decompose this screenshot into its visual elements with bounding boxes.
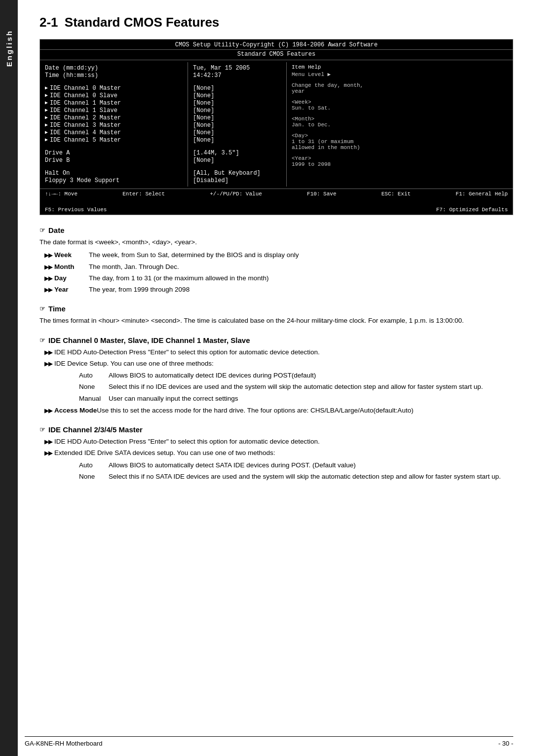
bullet-text: The week, from Sun to Sat, determined by…	[89, 250, 513, 260]
ide2345-section-heading: ☞ IDE Channel 2/3/4/5 Master	[39, 425, 513, 434]
bios-right-col: Item Help Menu Level ▶ Change the day, m…	[287, 62, 513, 187]
date-section-heading: ☞ Date	[39, 226, 513, 234]
bios-value: [None]	[193, 107, 214, 114]
date-heading-label: Date	[48, 226, 65, 234]
bios-help-month-val: Jan. to Dec.	[292, 122, 508, 128]
bios-row: [None]	[193, 129, 281, 136]
ide01-section-heading: ☞ IDE Channel 0 Master, Slave, IDE Chann…	[39, 336, 513, 344]
bios-middle-col: Tue, Mar 15 2005 14:42:37 [None] [None] …	[188, 62, 287, 187]
bios-arrow-icon: ▶	[45, 107, 48, 114]
bullet-arrow-icon: ▶▶	[44, 449, 52, 458]
bullet-text: IDE HDD Auto-Detection Press "Enter" to …	[54, 437, 513, 447]
bullet-arrow-icon: ▶▶	[44, 251, 52, 260]
bios-title: CMOS Setup Utility-Copyright (C) 1984-20…	[40, 39, 513, 50]
bios-row: ▶ IDE Channel 1 Master	[45, 100, 183, 107]
footer-left: GA-K8NE-RH Motherboard	[25, 740, 103, 747]
footer-right: - 30 -	[498, 740, 513, 747]
list-item: ▶▶ Extended IDE Drive SATA devices setup…	[44, 448, 513, 458]
bios-row: [None]	[193, 92, 281, 99]
list-item: ▶▶ IDE HDD Auto-Detection Press "Enter" …	[44, 437, 513, 447]
bios-arrow-icon: ▶	[45, 129, 48, 136]
bullet-label: Month	[54, 262, 89, 272]
bios-label: IDE Channel 3 Master	[50, 122, 183, 129]
bios-label: IDE Channel 2 Master	[50, 114, 183, 121]
bios-label: IDE Channel 1 Slave	[50, 107, 183, 114]
bullet-arrow-icon: ▶▶	[44, 348, 52, 357]
bullet-arrow-icon: ▶▶	[44, 263, 52, 272]
bios-nav-help: F1: General Help	[456, 191, 508, 197]
ide01-extra-bullets: ▶▶ Access Mode Use this to set the acces…	[44, 406, 513, 416]
section-number: 2-1	[39, 15, 58, 30]
bios-value: [None]	[193, 114, 214, 121]
bios-help-year-val: 1999 to 2098	[292, 161, 508, 167]
bios-value: [None]	[193, 122, 214, 129]
side-tab-label: English	[5, 30, 13, 67]
bios-row: ▶ IDE Channel 2 Master	[45, 114, 183, 121]
bios-row: Halt On	[45, 170, 183, 177]
date-body: The date format is <week>, <month>, <day…	[39, 237, 513, 247]
bios-body: Date (mm:dd:yy) Time (hh:mm:ss) ▶ IDE Ch…	[40, 60, 513, 189]
bullet-label: Year	[54, 285, 89, 295]
bullet-arrow-icon: ▶▶	[44, 274, 52, 283]
section-title: Standard CMOS Features	[65, 15, 220, 30]
bios-row: [None]	[193, 157, 281, 164]
bios-row: 14:42:37	[193, 72, 281, 79]
bios-help-week-tag: <Week>	[292, 99, 508, 105]
bios-nav-move: ↑↓→←: Move	[45, 191, 77, 197]
bios-row: ▶ IDE Channel 3 Master	[45, 122, 183, 129]
bios-footer-row1: ↑↓→←: Move Enter: Select +/-/PU/PD: Valu…	[45, 191, 508, 197]
bios-arrow-icon: ▶	[45, 100, 48, 107]
time-icon: ☞	[39, 305, 45, 312]
bullet-text: IDE HDD Auto-Detection Press "Enter" to …	[54, 347, 513, 357]
bios-label: IDE Channel 5 Master	[50, 137, 183, 144]
bios-row: Drive A	[45, 150, 183, 156]
list-item: ▶▶ IDE HDD Auto-Detection Press "Enter" …	[44, 347, 513, 357]
bios-arrow-icon: ▶	[45, 137, 48, 144]
side-tab: English	[0, 0, 18, 756]
bios-row: [Disabled]	[193, 177, 281, 184]
bios-nav-prev: F5: Previous Values	[45, 207, 107, 213]
sub-item-text: Select this if no SATA IDE devices are u…	[109, 472, 513, 482]
bullet-arrow-icon: ▶▶	[44, 407, 52, 416]
bios-row: Drive B	[45, 157, 183, 164]
bios-row: [None]	[193, 122, 281, 129]
ide2345-icon: ☞	[39, 426, 45, 433]
bios-row: ▶ IDE Channel 1 Slave	[45, 107, 183, 114]
bios-label: IDE Channel 0 Master	[50, 85, 183, 92]
bios-nav-exit: ESC: Exit	[381, 191, 411, 197]
bios-row: [None]	[193, 100, 281, 107]
bios-help-title: Item Help	[292, 64, 508, 70]
bios-row: [1.44M, 3.5"]	[193, 150, 281, 156]
list-item: ▶▶ Month The month, Jan. Through Dec.	[44, 262, 513, 272]
list-item: ▶▶ Year The year, from 1999 through 2098	[44, 285, 513, 295]
ide01-bullets: ▶▶ IDE HDD Auto-Detection Press "Enter" …	[44, 347, 513, 369]
bullet-arrow-icon: ▶▶	[44, 360, 52, 369]
bullet-text: The year, from 1999 through 2098	[89, 285, 513, 295]
bios-label: IDE Channel 0 Slave	[50, 92, 183, 99]
list-item: Manual User can manually input the corre…	[79, 394, 513, 404]
ide01-heading-label: IDE Channel 0 Master, Slave, IDE Channel…	[48, 336, 250, 344]
ide2345-sub-list: Auto Allows BIOS to automatically detect…	[79, 460, 513, 482]
list-item: Auto Allows BIOS to automatically detect…	[79, 371, 513, 380]
bios-row: [All, But Keyboard]	[193, 170, 281, 177]
bios-label: IDE Channel 4 Master	[50, 129, 183, 136]
date-bullets: ▶▶ Week The week, from Sun to Sat, deter…	[44, 250, 513, 295]
page-title: 2-1 Standard CMOS Features	[39, 15, 513, 30]
bios-row: [None]	[193, 107, 281, 114]
bios-value: [1.44M, 3.5"]	[193, 150, 239, 156]
bios-label: Drive A	[45, 150, 183, 156]
bios-label: Halt On	[45, 170, 183, 177]
bios-help-day-val1: 1 to 31 (or maximum	[292, 139, 508, 145]
bios-nav-defaults: F7: Optimized Defaults	[436, 207, 508, 213]
bios-row: Floppy 3 Mode Support	[45, 177, 183, 184]
sub-item-text: Allows BIOS to automatically detect SATA…	[109, 460, 513, 470]
bios-help-day-val2: allowed in the month)	[292, 145, 508, 151]
sub-item-label: None	[79, 382, 109, 392]
bullet-text: Extended IDE Drive SATA devices setup. Y…	[54, 448, 513, 458]
bios-nav-save: F10: Save	[307, 191, 336, 197]
bios-row: ▶ IDE Channel 0 Slave	[45, 92, 183, 99]
sub-item-text: User can manually input the correct sett…	[109, 394, 513, 404]
bios-label: Date (mm:dd:yy)	[45, 65, 183, 72]
bios-label: Drive B	[45, 157, 183, 164]
bios-value: [None]	[193, 100, 214, 107]
